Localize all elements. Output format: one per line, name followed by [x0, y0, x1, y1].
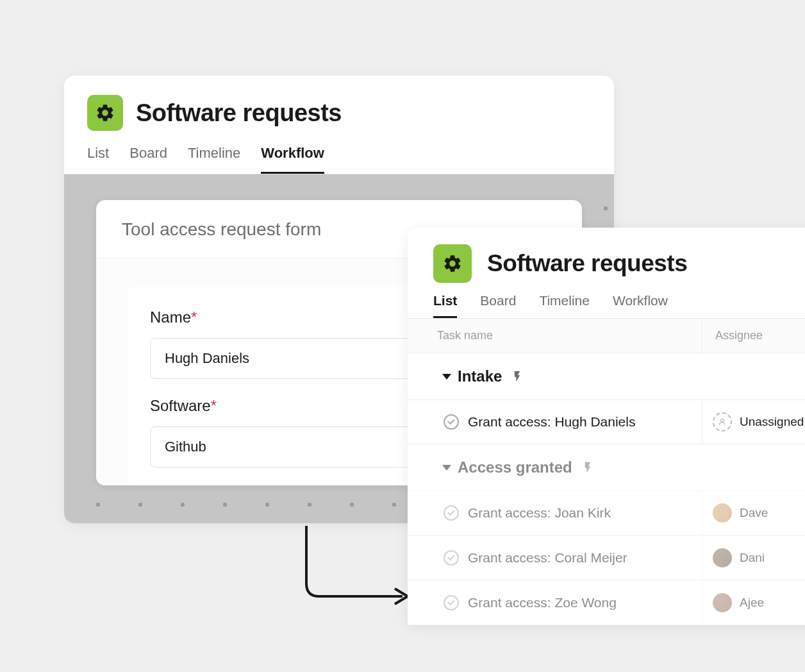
check-circle-icon[interactable] — [444, 550, 459, 566]
workflow-tabs: List Board Timeline Workflow — [64, 140, 614, 174]
chevron-down-icon — [442, 374, 451, 380]
task-name: Grant access: Zoe Wong — [468, 595, 617, 610]
bolt-icon — [581, 461, 594, 474]
tab-list[interactable]: List — [87, 140, 109, 174]
avatar — [713, 593, 732, 612]
tab-timeline[interactable]: Timeline — [539, 289, 590, 318]
assignee-name: Unassigned — [740, 415, 804, 429]
assignee-name: Dave — [740, 506, 768, 520]
gear-icon — [433, 244, 472, 283]
task-main: Grant access: Joan Kirk — [408, 491, 702, 535]
list-tabs: List Board Timeline Workflow — [408, 289, 805, 319]
tab-board[interactable]: Board — [129, 140, 167, 174]
task-row[interactable]: Grant access: Joan Kirk Dave — [408, 491, 805, 535]
list-card: Software requests List Board Timeline Wo… — [408, 228, 805, 625]
tab-list[interactable]: List — [433, 289, 457, 318]
tab-workflow[interactable]: Workflow — [261, 140, 324, 174]
unassigned-avatar-icon — [713, 412, 732, 432]
task-assignee[interactable]: Ajee — [702, 581, 805, 625]
check-circle-icon[interactable] — [444, 414, 459, 430]
task-row[interactable]: Grant access: Hugh Daniels Unassigned — [408, 399, 805, 444]
section-access-granted[interactable]: Access granted — [408, 444, 805, 491]
task-row[interactable]: Grant access: Zoe Wong Ajee — [408, 580, 805, 625]
section-name: Access granted — [458, 458, 572, 476]
task-main: Grant access: Coral Meijer — [408, 536, 702, 580]
column-headers: Task name Assignee — [408, 319, 805, 353]
avatar — [713, 548, 732, 567]
task-name: Grant access: Hugh Daniels — [468, 414, 635, 430]
workflow-header: Software requests — [64, 76, 614, 140]
avatar — [713, 503, 732, 523]
task-assignee[interactable]: Dani — [702, 536, 805, 580]
task-assignee[interactable]: Unassigned — [702, 400, 805, 444]
bolt-icon — [511, 370, 524, 383]
gear-icon — [87, 95, 123, 131]
tab-workflow[interactable]: Workflow — [613, 289, 668, 318]
assignee-name: Ajee — [740, 596, 764, 610]
list-title: Software requests — [487, 250, 687, 277]
task-name: Grant access: Joan Kirk — [468, 505, 611, 521]
column-assignee: Assignee — [702, 319, 805, 353]
check-circle-icon[interactable] — [444, 595, 459, 610]
task-main: Grant access: Hugh Daniels — [408, 400, 702, 444]
task-name: Grant access: Coral Meijer — [468, 550, 627, 566]
chevron-down-icon — [442, 465, 451, 471]
list-header: Software requests — [408, 228, 805, 289]
assignee-name: Dani — [740, 551, 765, 565]
arrow-connector — [300, 526, 415, 609]
task-main: Grant access: Zoe Wong — [408, 581, 702, 625]
workflow-title: Software requests — [136, 99, 342, 127]
task-row[interactable]: Grant access: Coral Meijer Dani — [408, 535, 805, 580]
task-assignee[interactable]: Dave — [702, 491, 805, 535]
section-intake[interactable]: Intake — [408, 353, 805, 399]
tab-timeline[interactable]: Timeline — [188, 140, 240, 174]
svg-point-0 — [721, 419, 724, 422]
section-name: Intake — [458, 367, 502, 385]
check-circle-icon[interactable] — [444, 505, 459, 521]
tab-board[interactable]: Board — [480, 289, 516, 318]
column-task-name: Task name — [408, 319, 702, 353]
